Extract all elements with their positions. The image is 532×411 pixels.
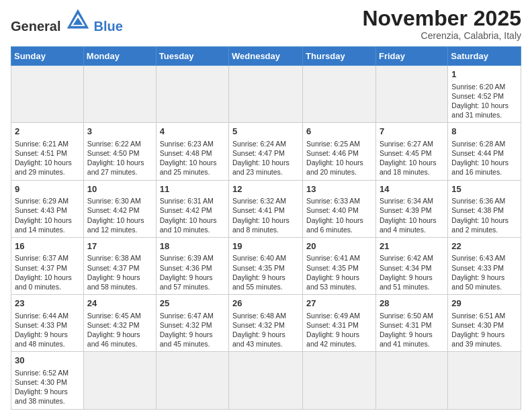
day-number: 14 bbox=[380, 183, 444, 195]
calendar-cell bbox=[83, 352, 156, 409]
sunrise-label: Sunrise: 6:33 AM bbox=[306, 197, 360, 205]
sunset-label: Sunset: 4:30 PM bbox=[15, 378, 67, 386]
daylight-label: Daylight: 9 hours and 57 minutes. bbox=[160, 273, 213, 291]
day-info: Sunrise: 6:20 AMSunset: 4:52 PMDaylight:… bbox=[451, 82, 517, 120]
calendar-cell: 27Sunrise: 6:49 AMSunset: 4:31 PMDayligh… bbox=[303, 295, 376, 352]
calendar-cell: 14Sunrise: 6:34 AMSunset: 4:39 PMDayligh… bbox=[375, 180, 447, 237]
day-number: 9 bbox=[15, 183, 80, 195]
sunset-label: Sunset: 4:31 PM bbox=[306, 321, 359, 329]
sunrise-label: Sunrise: 6:39 AM bbox=[160, 254, 214, 262]
daylight-label: Daylight: 10 hours and 23 minutes. bbox=[232, 158, 290, 176]
logo-text: General Blue bbox=[11, 7, 123, 33]
calendar-cell: 18Sunrise: 6:39 AMSunset: 4:36 PMDayligh… bbox=[156, 237, 228, 294]
sunset-label: Sunset: 4:43 PM bbox=[15, 206, 67, 214]
sunrise-label: Sunrise: 6:41 AM bbox=[306, 254, 360, 262]
calendar-cell: 9Sunrise: 6:29 AMSunset: 4:43 PMDaylight… bbox=[11, 180, 84, 237]
calendar-cell bbox=[83, 66, 156, 123]
daylight-label: Daylight: 10 hours and 0 minutes. bbox=[15, 273, 72, 291]
daylight-label: Daylight: 9 hours and 53 minutes. bbox=[306, 273, 359, 291]
sunrise-label: Sunrise: 6:24 AM bbox=[232, 140, 286, 148]
calendar-cell bbox=[303, 66, 376, 123]
daylight-label: Daylight: 10 hours and 12 minutes. bbox=[87, 216, 144, 234]
day-number: 12 bbox=[232, 183, 299, 195]
daylight-label: Daylight: 10 hours and 31 minutes. bbox=[451, 101, 508, 119]
week-row-1: 2Sunrise: 6:21 AMSunset: 4:51 PMDaylight… bbox=[11, 123, 521, 180]
day-info: Sunrise: 6:36 AMSunset: 4:38 PMDaylight:… bbox=[451, 196, 517, 234]
logo-blue: Blue bbox=[94, 19, 123, 34]
daylight-label: Daylight: 10 hours and 20 minutes. bbox=[306, 158, 363, 176]
day-info: Sunrise: 6:30 AMSunset: 4:42 PMDaylight:… bbox=[87, 196, 152, 234]
week-row-2: 9Sunrise: 6:29 AMSunset: 4:43 PMDaylight… bbox=[11, 180, 521, 237]
sunset-label: Sunset: 4:32 PM bbox=[160, 321, 212, 329]
week-row-5: 30Sunrise: 6:52 AMSunset: 4:30 PMDayligh… bbox=[11, 352, 521, 409]
sunset-label: Sunset: 4:38 PM bbox=[451, 206, 504, 214]
logo-icon bbox=[66, 7, 90, 31]
day-info: Sunrise: 6:44 AMSunset: 4:33 PMDaylight:… bbox=[15, 311, 80, 349]
day-number: 18 bbox=[160, 240, 225, 253]
sunrise-label: Sunrise: 6:43 AM bbox=[451, 254, 505, 262]
daylight-label: Daylight: 9 hours and 55 minutes. bbox=[232, 273, 285, 291]
day-info: Sunrise: 6:23 AMSunset: 4:48 PMDaylight:… bbox=[160, 139, 225, 177]
day-number: 15 bbox=[451, 183, 517, 195]
calendar-cell bbox=[156, 66, 228, 123]
day-info: Sunrise: 6:45 AMSunset: 4:32 PMDaylight:… bbox=[87, 311, 152, 349]
calendar-cell: 26Sunrise: 6:48 AMSunset: 4:32 PMDayligh… bbox=[229, 295, 303, 352]
weekday-header-row: Sunday Monday Tuesday Wednesday Thursday… bbox=[11, 47, 521, 66]
daylight-label: Daylight: 10 hours and 25 minutes. bbox=[160, 158, 217, 176]
sunrise-label: Sunrise: 6:25 AM bbox=[306, 140, 360, 148]
day-info: Sunrise: 6:37 AMSunset: 4:37 PMDaylight:… bbox=[15, 253, 80, 291]
sunrise-label: Sunrise: 6:51 AM bbox=[451, 312, 505, 320]
header: General Blue November 2025 Cerenzia, Cal… bbox=[11, 7, 521, 41]
daylight-label: Daylight: 10 hours and 18 minutes. bbox=[380, 158, 437, 176]
sunrise-label: Sunrise: 6:27 AM bbox=[380, 140, 433, 148]
day-info: Sunrise: 6:52 AMSunset: 4:30 PMDaylight:… bbox=[15, 368, 80, 406]
daylight-label: Daylight: 9 hours and 42 minutes. bbox=[306, 330, 359, 348]
calendar-cell: 13Sunrise: 6:33 AMSunset: 4:40 PMDayligh… bbox=[303, 180, 376, 237]
daylight-label: Daylight: 9 hours and 51 minutes. bbox=[380, 273, 433, 291]
calendar-cell bbox=[375, 352, 447, 409]
title-block: November 2025 Cerenzia, Calabria, Italy bbox=[362, 7, 521, 41]
day-number: 20 bbox=[306, 240, 372, 253]
sunrise-label: Sunrise: 6:34 AM bbox=[380, 197, 433, 205]
logo-general: General bbox=[11, 19, 60, 34]
daylight-label: Daylight: 9 hours and 41 minutes. bbox=[380, 330, 433, 348]
calendar-cell: 19Sunrise: 6:40 AMSunset: 4:35 PMDayligh… bbox=[229, 237, 303, 294]
sunset-label: Sunset: 4:42 PM bbox=[87, 206, 140, 214]
sunrise-label: Sunrise: 6:37 AM bbox=[15, 254, 69, 262]
day-number: 13 bbox=[306, 183, 372, 195]
sunset-label: Sunset: 4:40 PM bbox=[306, 206, 359, 214]
calendar-cell bbox=[156, 352, 228, 409]
day-number: 5 bbox=[232, 126, 299, 138]
sunset-label: Sunset: 4:37 PM bbox=[15, 264, 67, 272]
calendar-cell bbox=[448, 352, 521, 409]
daylight-label: Daylight: 9 hours and 48 minutes. bbox=[15, 330, 68, 348]
day-info: Sunrise: 6:48 AMSunset: 4:32 PMDaylight:… bbox=[232, 311, 299, 349]
sunrise-label: Sunrise: 6:49 AM bbox=[306, 312, 360, 320]
calendar-cell: 28Sunrise: 6:50 AMSunset: 4:31 PMDayligh… bbox=[375, 295, 447, 352]
week-row-0: 1Sunrise: 6:20 AMSunset: 4:52 PMDaylight… bbox=[11, 66, 521, 123]
sunrise-label: Sunrise: 6:45 AM bbox=[87, 312, 141, 320]
day-info: Sunrise: 6:32 AMSunset: 4:41 PMDaylight:… bbox=[232, 196, 299, 234]
daylight-label: Daylight: 10 hours and 29 minutes. bbox=[15, 158, 72, 176]
sunset-label: Sunset: 4:45 PM bbox=[380, 149, 432, 157]
day-number: 3 bbox=[87, 126, 152, 138]
day-number: 10 bbox=[87, 183, 152, 195]
sunset-label: Sunset: 4:36 PM bbox=[160, 264, 212, 272]
calendar-cell: 29Sunrise: 6:51 AMSunset: 4:30 PMDayligh… bbox=[448, 295, 521, 352]
day-number: 2 bbox=[15, 126, 80, 138]
daylight-label: Daylight: 10 hours and 27 minutes. bbox=[87, 158, 144, 176]
day-info: Sunrise: 6:27 AMSunset: 4:45 PMDaylight:… bbox=[380, 139, 444, 177]
sunrise-label: Sunrise: 6:31 AM bbox=[160, 197, 214, 205]
sunset-label: Sunset: 4:46 PM bbox=[306, 149, 359, 157]
th-saturday: Saturday bbox=[448, 47, 521, 66]
calendar-cell: 23Sunrise: 6:44 AMSunset: 4:33 PMDayligh… bbox=[11, 295, 84, 352]
day-info: Sunrise: 6:43 AMSunset: 4:33 PMDaylight:… bbox=[451, 253, 517, 291]
day-info: Sunrise: 6:24 AMSunset: 4:47 PMDaylight:… bbox=[232, 139, 299, 177]
day-info: Sunrise: 6:41 AMSunset: 4:35 PMDaylight:… bbox=[306, 253, 372, 291]
daylight-label: Daylight: 9 hours and 38 minutes. bbox=[15, 387, 68, 405]
th-friday: Friday bbox=[375, 47, 447, 66]
day-info: Sunrise: 6:39 AMSunset: 4:36 PMDaylight:… bbox=[160, 253, 225, 291]
day-number: 30 bbox=[15, 355, 80, 367]
day-number: 4 bbox=[160, 126, 225, 138]
calendar-cell: 30Sunrise: 6:52 AMSunset: 4:30 PMDayligh… bbox=[11, 352, 84, 409]
